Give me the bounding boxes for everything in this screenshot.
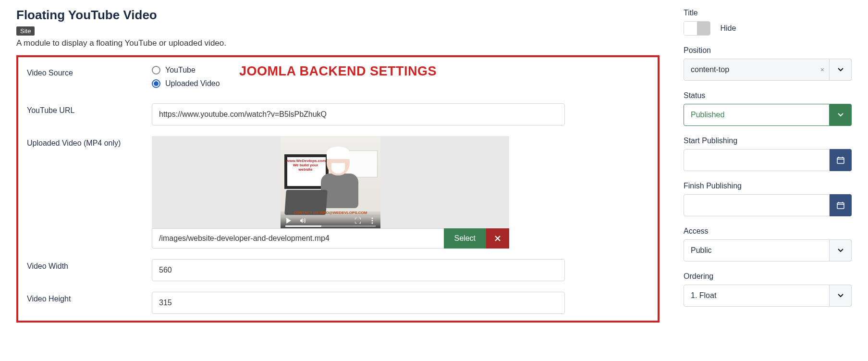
status-caret[interactable]: [830, 104, 852, 126]
calendar-icon: [837, 156, 844, 164]
ordering-value: 1. Float: [691, 291, 716, 300]
svg-point-2: [372, 223, 373, 224]
video-source-label: Video Source: [27, 66, 152, 93]
ordering-caret[interactable]: [830, 285, 852, 307]
svg-point-1: [372, 220, 373, 222]
youtube-url-label: YouTube URL: [27, 103, 152, 125]
chevron-down-icon: [837, 293, 844, 298]
radio-uploaded[interactable]: [152, 79, 160, 88]
svg-rect-3: [837, 158, 844, 163]
video-preview: www.WeDevlops.com We build your website …: [152, 136, 509, 228]
title-toggle-text: Hide: [720, 24, 736, 32]
start-publishing-label: Start Publishing: [684, 137, 852, 145]
title-toggle[interactable]: [684, 21, 710, 36]
calendar-icon: [837, 201, 844, 209]
select-button[interactable]: Select: [444, 228, 486, 249]
access-label: Access: [684, 227, 852, 236]
page-title: Floating YouTube Video: [16, 8, 660, 23]
access-caret[interactable]: [830, 239, 852, 261]
radio-uploaded-label: Uploaded Video: [165, 79, 220, 88]
chevron-down-icon: [837, 112, 844, 117]
module-description: A module to display a floating YouTube o…: [16, 38, 660, 48]
finish-publishing-input[interactable]: [684, 194, 830, 216]
position-caret[interactable]: [830, 59, 852, 81]
video-height-input[interactable]: [152, 292, 565, 314]
status-select[interactable]: Published: [684, 104, 830, 126]
video-thumbnail[interactable]: www.WeDevlops.com We build your website …: [281, 136, 380, 228]
video-width-label: Video Width: [27, 259, 152, 281]
ordering-select[interactable]: 1. Float: [684, 285, 830, 307]
finish-publishing-calendar-button[interactable]: [830, 194, 852, 216]
access-select[interactable]: Public: [684, 239, 830, 261]
position-clear-icon[interactable]: ×: [820, 66, 824, 74]
volume-icon[interactable]: [300, 217, 306, 224]
status-label: Status: [684, 91, 852, 100]
title-label: Title: [684, 9, 852, 17]
position-select[interactable]: content-top ×: [684, 59, 830, 81]
clear-button[interactable]: [486, 228, 509, 249]
youtube-url-input[interactable]: [152, 103, 565, 125]
video-width-input[interactable]: [152, 259, 565, 281]
settings-panel: JOOMLA BACKEND SETTINGS Video Source You…: [16, 55, 660, 323]
uploaded-video-label: Uploaded Video (MP4 only): [27, 136, 152, 249]
radio-youtube-label: YouTube: [165, 66, 196, 75]
video-height-label: Video Height: [27, 292, 152, 314]
position-value: content-top: [691, 65, 729, 74]
chevron-down-icon: [837, 67, 844, 72]
position-label: Position: [684, 46, 852, 55]
fullscreen-icon[interactable]: [355, 217, 361, 224]
progress-bar[interactable]: [285, 225, 376, 227]
close-icon: [494, 235, 501, 242]
start-publishing-input[interactable]: [684, 149, 830, 171]
start-publishing-calendar-button[interactable]: [830, 149, 852, 171]
play-icon[interactable]: [285, 217, 292, 224]
site-badge: Site: [16, 26, 35, 36]
ordering-label: Ordering: [684, 272, 852, 281]
more-icon[interactable]: [369, 217, 376, 224]
finish-publishing-label: Finish Publishing: [684, 182, 852, 190]
svg-rect-4: [837, 203, 844, 209]
poster-text: www.WeDevlops.com We build your website: [286, 159, 325, 172]
status-value: Published: [691, 111, 724, 119]
uploaded-path-input[interactable]: [152, 228, 444, 249]
access-value: Public: [691, 246, 712, 255]
radio-youtube[interactable]: [152, 66, 160, 75]
svg-point-0: [372, 218, 373, 219]
chevron-down-icon: [837, 248, 844, 253]
